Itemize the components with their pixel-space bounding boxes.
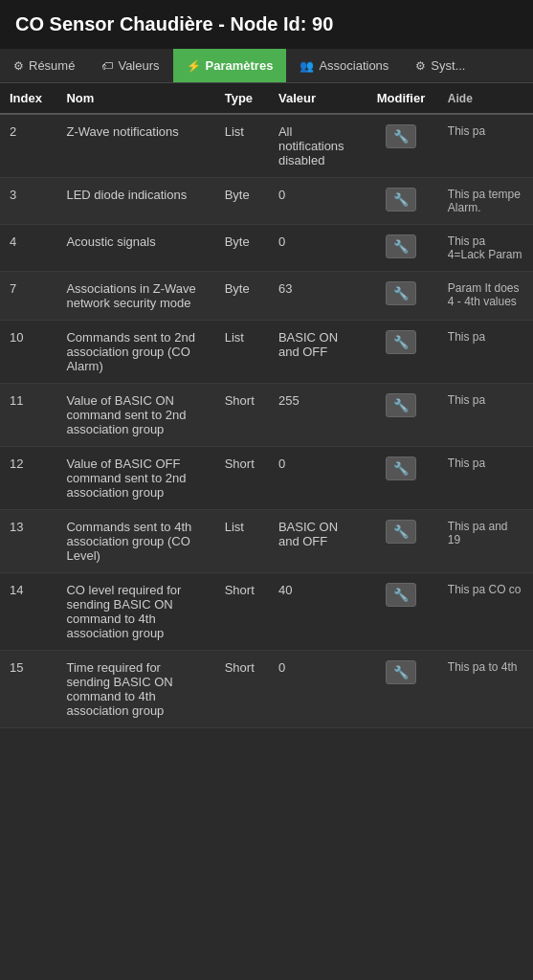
table-container: Index Nom Type Valeur Modifier Aide 2Z-W… [0, 83, 533, 728]
cell-valeur: All notifications disabled [269, 114, 364, 178]
cell-nom: Commands sent to 2nd association group (… [56, 321, 214, 384]
cell-type: Short [215, 651, 269, 728]
cell-aide: This pa to 4th [438, 651, 533, 728]
cell-type: List [215, 321, 269, 384]
cell-modifier: 🔧 [364, 384, 438, 447]
table-row: 7Associations in Z-Wave network security… [0, 272, 533, 321]
edit-button[interactable]: 🔧 [386, 124, 416, 148]
tabs-bar: ⚙ Résumé 🏷 Valeurs ⚡ Paramètres 👥 Associ… [0, 49, 533, 83]
col-index: Index [0, 83, 56, 114]
tab-systeme[interactable]: ⚙ Syst... [402, 49, 478, 82]
cell-index: 14 [0, 573, 56, 651]
cell-valeur: 0 [269, 651, 364, 728]
systeme-icon: ⚙ [415, 59, 426, 73]
cell-modifier: 🔧 [364, 651, 438, 728]
resume-icon: ⚙ [13, 59, 24, 73]
col-valeur: Valeur [269, 83, 364, 114]
cell-aide: This pa [438, 384, 533, 447]
cell-type: Byte [215, 272, 269, 321]
edit-button[interactable]: 🔧 [386, 234, 416, 258]
cell-modifier: 🔧 [364, 114, 438, 178]
edit-button[interactable]: 🔧 [386, 660, 416, 684]
cell-type: Short [215, 384, 269, 447]
cell-index: 11 [0, 384, 56, 447]
edit-button[interactable]: 🔧 [386, 281, 416, 305]
cell-index: 12 [0, 447, 56, 510]
header: CO Sensor Chaudière - Node Id: 90 [0, 0, 533, 49]
cell-aide: This pa [438, 321, 533, 384]
col-aide: Aide [438, 83, 533, 114]
edit-button[interactable]: 🔧 [386, 393, 416, 417]
cell-valeur: 40 [269, 573, 364, 651]
cell-type: List [215, 510, 269, 573]
cell-modifier: 🔧 [364, 573, 438, 651]
cell-valeur: 63 [269, 272, 364, 321]
cell-aide: This pa tempe Alarm. [438, 178, 533, 225]
cell-nom: LED diode indications [56, 178, 214, 225]
cell-nom: Acoustic signals [56, 225, 214, 272]
edit-button[interactable]: 🔧 [386, 330, 416, 354]
cell-index: 2 [0, 114, 56, 178]
cell-valeur: BASIC ON and OFF [269, 321, 364, 384]
edit-button[interactable]: 🔧 [386, 583, 416, 607]
table-row: 4Acoustic signalsByte0🔧This pa 4=Lack Pa… [0, 225, 533, 272]
cell-aide: This pa [438, 114, 533, 178]
cell-index: 15 [0, 651, 56, 728]
cell-valeur: BASIC ON and OFF [269, 510, 364, 573]
cell-index: 7 [0, 272, 56, 321]
cell-valeur: 0 [269, 447, 364, 510]
cell-index: 13 [0, 510, 56, 573]
cell-type: List [215, 114, 269, 178]
cell-valeur: 0 [269, 225, 364, 272]
cell-nom: Value of BASIC OFF command sent to 2nd a… [56, 447, 214, 510]
cell-modifier: 🔧 [364, 510, 438, 573]
cell-modifier: 🔧 [364, 178, 438, 225]
cell-modifier: 🔧 [364, 447, 438, 510]
cell-modifier: 🔧 [364, 272, 438, 321]
page-title: CO Sensor Chaudière - Node Id: 90 [15, 13, 333, 34]
table-row: 15Time required for sending BASIC ON com… [0, 651, 533, 728]
table-row: 14CO level required for sending BASIC ON… [0, 573, 533, 651]
cell-aide: This pa [438, 447, 533, 510]
cell-aide: Param It does 4 - 4th values [438, 272, 533, 321]
cell-nom: CO level required for sending BASIC ON c… [56, 573, 214, 651]
cell-valeur: 0 [269, 178, 364, 225]
cell-nom: Time required for sending BASIC ON comma… [56, 651, 214, 728]
cell-type: Byte [215, 178, 269, 225]
cell-index: 4 [0, 225, 56, 272]
tab-associations[interactable]: 👥 Associations [286, 49, 402, 82]
edit-button[interactable]: 🔧 [386, 457, 416, 480]
col-modifier: Modifier [364, 83, 438, 114]
cell-type: Short [215, 573, 269, 651]
cell-index: 3 [0, 178, 56, 225]
tab-valeurs[interactable]: 🏷 Valeurs [88, 49, 172, 82]
cell-type: Short [215, 447, 269, 510]
cell-modifier: 🔧 [364, 321, 438, 384]
cell-nom: Commands sent to 4th association group (… [56, 510, 214, 573]
tab-resume[interactable]: ⚙ Résumé [0, 49, 88, 82]
table-row: 3LED diode indicationsByte0🔧This pa temp… [0, 178, 533, 225]
cell-modifier: 🔧 [364, 225, 438, 272]
associations-icon: 👥 [300, 59, 314, 73]
parametres-icon: ⚡ [187, 59, 201, 73]
edit-button[interactable]: 🔧 [386, 188, 416, 212]
edit-button[interactable]: 🔧 [386, 520, 416, 544]
cell-nom: Value of BASIC ON command sent to 2nd as… [56, 384, 214, 447]
valeurs-icon: 🏷 [101, 59, 113, 73]
cell-type: Byte [215, 225, 269, 272]
table-row: 11Value of BASIC ON command sent to 2nd … [0, 384, 533, 447]
table-header-row: Index Nom Type Valeur Modifier Aide [0, 83, 533, 114]
table-row: 10Commands sent to 2nd association group… [0, 321, 533, 384]
cell-index: 10 [0, 321, 56, 384]
cell-nom: Z-Wave notifications [56, 114, 214, 178]
cell-valeur: 255 [269, 384, 364, 447]
col-type: Type [215, 83, 269, 114]
cell-aide: This pa and 19 [438, 510, 533, 573]
table-row: 12Value of BASIC OFF command sent to 2nd… [0, 447, 533, 510]
cell-nom: Associations in Z-Wave network security … [56, 272, 214, 321]
tab-parametres[interactable]: ⚡ Paramètres [173, 49, 287, 82]
col-nom: Nom [56, 83, 214, 114]
cell-aide: This pa CO co [438, 573, 533, 651]
table-row: 2Z-Wave notificationsListAll notificatio… [0, 114, 533, 178]
cell-aide: This pa 4=Lack Param [438, 225, 533, 272]
